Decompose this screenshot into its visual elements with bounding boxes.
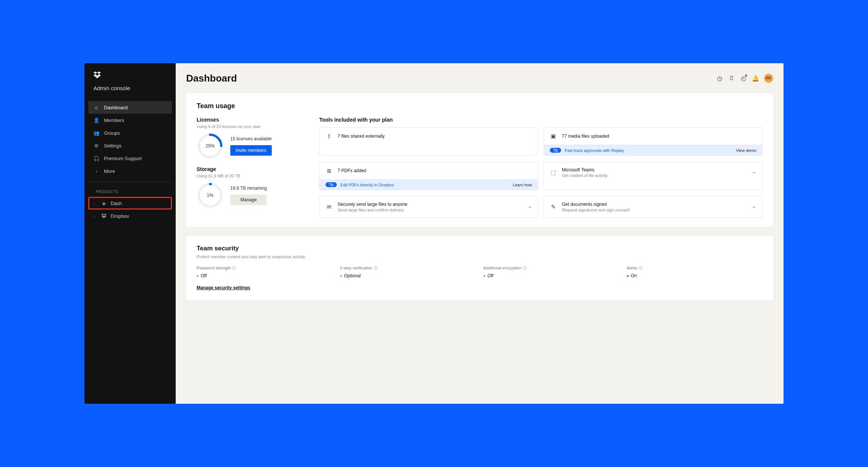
storage-remaining-text: 19.9 TB remaining — [230, 186, 267, 191]
tool-media-uploaded[interactable]: ▣ 77 media files uploaded Tip Fast track… — [544, 127, 763, 156]
topbar-actions: ◷ ⠿ ◴ 🔔 PF — [716, 74, 773, 83]
avatar[interactable]: PF — [764, 74, 773, 83]
nav-premium-support[interactable]: 🎧 Premium Support — [88, 152, 172, 165]
nav-label: More — [104, 168, 115, 174]
main-area: Dashboard ◷ ⠿ ◴ 🔔 PF Team usage Licenses — [176, 63, 784, 404]
product-label: Dropbox — [111, 213, 129, 219]
security-value: Off — [201, 273, 207, 278]
tool-subtitle: Get notified of file activity — [562, 173, 746, 178]
tool-title: Microsoft Teams — [562, 167, 746, 173]
nav-dashboard[interactable]: ⌂ Dashboard — [88, 101, 172, 114]
sidebar: Admin console ⌂ Dashboard 👤 Members 👥 Gr… — [84, 63, 176, 404]
storage-donut-chart: 1% — [197, 182, 224, 209]
nav-members[interactable]: 👤 Members — [88, 114, 172, 126]
team-usage-card: Team usage Licenses Using 5 of 20 licens… — [186, 93, 773, 227]
usage-left-column: Licenses Using 5 of 20 licenses on your … — [197, 117, 309, 218]
security-item-password: Password strengthi Off — [197, 266, 333, 278]
dropbox-icon — [101, 213, 107, 219]
product-dash[interactable]: › ◈ Dash — [88, 197, 172, 210]
bell-icon[interactable]: 🔔 — [752, 75, 759, 82]
help-icon[interactable]: ◷ — [716, 75, 723, 82]
user-icon: 👤 — [93, 117, 99, 123]
pdf-icon: 🗎 — [326, 167, 332, 174]
security-item-encryption: Additional encryptioni Off — [483, 266, 619, 278]
tools-heading: Tools included with your plan — [319, 117, 763, 123]
tool-send-large-files[interactable]: ✉ Securely send large files to anyone Se… — [319, 196, 538, 218]
chevron-right-icon: › — [93, 168, 99, 174]
licenses-subtext: Using 5 of 20 licenses on your plan — [197, 124, 309, 129]
tool-pdfs-added[interactable]: 🗎 7 PDFs added Tip Edit PDFs directly in… — [319, 162, 538, 190]
tip-text: Edit PDFs directly in Dropbox — [341, 183, 509, 187]
signature-icon: ✎ — [550, 204, 557, 210]
info-icon[interactable]: i — [374, 266, 378, 270]
topbar: Dashboard ◷ ⠿ ◴ 🔔 PF — [176, 63, 784, 93]
products-section-label: PRODUCTS — [88, 187, 172, 197]
nav-settings[interactable]: ⚙ Settings — [88, 139, 172, 152]
activity-icon[interactable]: ◴ — [740, 75, 747, 82]
tool-title: Securely send large files to anyone — [338, 202, 521, 207]
licenses-heading: Licenses — [197, 117, 309, 123]
tool-title: 7 files shared externally — [338, 134, 532, 139]
licenses-block: Licenses Using 5 of 20 licenses on your … — [197, 117, 309, 159]
arrow-right-icon: → — [527, 204, 532, 210]
nav-groups[interactable]: 👥 Groups — [88, 126, 172, 139]
invite-members-button[interactable]: Invite members — [230, 145, 272, 156]
tools-column: Tools included with your plan ⇪ 7 files … — [319, 117, 763, 218]
product-label: Dash — [111, 201, 122, 206]
learn-how-link[interactable]: Learn how — [513, 183, 532, 187]
dropbox-logo-icon — [88, 71, 172, 85]
manage-security-settings-link[interactable]: Manage security settings — [197, 285, 250, 290]
tool-title: Get documents signed — [562, 202, 746, 207]
team-security-card: Team security Protect member content and… — [186, 236, 773, 300]
status-dot-icon — [483, 275, 485, 277]
team-security-title: Team security — [197, 245, 763, 252]
licenses-pct-label: 25% — [197, 132, 224, 159]
licenses-donut-chart: 25% — [197, 132, 224, 159]
team-security-desc: Protect member content and stay alert to… — [197, 254, 763, 259]
tool-shared-externally[interactable]: ⇪ 7 files shared externally — [319, 127, 538, 156]
security-label: Alerts — [627, 266, 637, 270]
storage-subtext: Using 61.9 MB of 20 TB — [197, 174, 309, 178]
nav-label: Premium Support — [104, 156, 142, 161]
licenses-available-text: 15 licenses available — [230, 136, 272, 141]
security-value: Off — [487, 273, 493, 278]
group-icon: 👥 — [93, 130, 99, 136]
security-value: Optional — [344, 273, 361, 278]
teams-icon: ⬚ — [550, 169, 557, 176]
view-demo-link[interactable]: View demo — [736, 148, 756, 153]
home-icon: ⌂ — [93, 104, 99, 110]
tool-subtitle: Send large files and confirm delivery — [338, 208, 521, 212]
security-value: On — [631, 273, 637, 278]
team-usage-title: Team usage — [197, 102, 763, 110]
tip-badge: Tip — [550, 148, 561, 153]
manage-storage-button[interactable]: Manage — [230, 195, 267, 205]
info-icon[interactable]: i — [639, 266, 643, 270]
storage-pct-label: 1% — [197, 182, 224, 209]
security-item-alerts: Alertsi On — [627, 266, 763, 278]
status-dot-icon — [197, 275, 198, 277]
product-dropbox[interactable]: › Dropbox — [88, 210, 172, 222]
apps-grid-icon[interactable]: ⠿ — [728, 75, 735, 82]
tip-text: Fast track approvals with Replay — [565, 148, 732, 153]
nav-label: Settings — [104, 143, 121, 149]
storage-block: Storage Using 61.9 MB of 20 TB 1% 19.9 T… — [197, 166, 309, 209]
transfer-icon: ✉ — [326, 204, 332, 210]
arrow-right-icon: → — [751, 204, 756, 210]
info-icon[interactable]: i — [523, 266, 527, 270]
chevron-right-icon: › — [93, 214, 97, 218]
nav-more[interactable]: › More — [88, 165, 172, 177]
page-title: Dashboard — [186, 73, 237, 84]
app-frame: Admin console ⌂ Dashboard 👤 Members 👥 Gr… — [84, 63, 784, 404]
nav-label: Dashboard — [104, 105, 128, 110]
tip-row: Tip Edit PDFs directly in Dropbox Learn … — [320, 179, 538, 190]
tool-microsoft-teams[interactable]: ⬚ Microsoft Teams Get notified of file a… — [544, 162, 763, 190]
storage-heading: Storage — [197, 166, 309, 172]
security-label: 2-step verification — [340, 266, 372, 270]
info-icon[interactable]: i — [232, 266, 236, 270]
chevron-right-icon: › — [93, 201, 97, 205]
tip-row: Tip Fast track approvals with Replay Vie… — [544, 145, 762, 155]
arrow-right-icon: → — [751, 170, 756, 175]
tool-documents-signed[interactable]: ✎ Get documents signed Request signature… — [544, 196, 763, 218]
admin-console-title: Admin console — [88, 85, 172, 101]
gear-icon: ⚙ — [93, 143, 99, 149]
